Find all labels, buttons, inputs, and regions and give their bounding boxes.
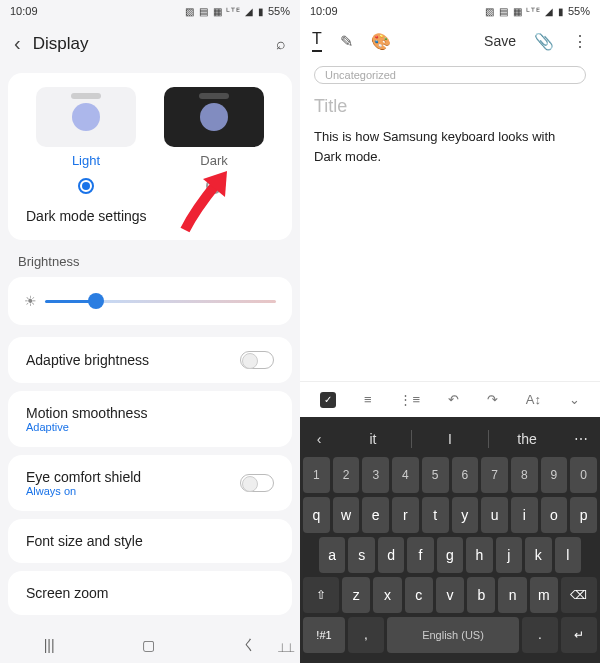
key-g[interactable]: g <box>437 537 463 573</box>
key-j[interactable]: j <box>496 537 522 573</box>
phone-settings: 10:09 ▧ ▤ ▦ ᴸᵀᴱ ◢ ▮ 55% ‹ Display ⌕ Ligh… <box>0 0 300 663</box>
nav-recents-icon[interactable]: ||| <box>44 637 55 653</box>
light-preview <box>36 87 136 147</box>
light-label: Light <box>72 153 100 168</box>
brightness-slider[interactable]: ☀ <box>22 287 278 315</box>
save-button[interactable]: Save <box>484 33 516 49</box>
key-e[interactable]: e <box>362 497 389 533</box>
nav-home-icon[interactable]: ▢ <box>142 637 155 653</box>
key-k[interactable]: k <box>525 537 551 573</box>
status-battery: 55% <box>268 5 290 17</box>
status-bar-right: 10:09 ▧ ▤ ▦ ᴸᵀᴱ ◢ ▮ 55% <box>300 0 600 22</box>
key-a[interactable]: a <box>319 537 345 573</box>
font-size-icon[interactable]: A↕ <box>526 392 541 407</box>
undo-icon[interactable]: ↶ <box>448 392 459 407</box>
dark-preview <box>164 87 264 147</box>
key-x[interactable]: x <box>373 577 401 613</box>
key-u[interactable]: u <box>481 497 508 533</box>
collapse-icon[interactable]: ⌄ <box>569 392 580 407</box>
key-5[interactable]: 5 <box>422 457 449 493</box>
key-b[interactable]: b <box>467 577 495 613</box>
key-y[interactable]: y <box>452 497 479 533</box>
key-f[interactable]: f <box>407 537 433 573</box>
phone-notes: 10:09 ▧ ▤ ▦ ᴸᵀᴱ ◢ ▮ 55% T ✎ 🎨 Save 📎 ⋮ U… <box>300 0 600 663</box>
key-9[interactable]: 9 <box>541 457 568 493</box>
key-m[interactable]: m <box>530 577 558 613</box>
checkbox-icon[interactable]: ✓ <box>320 392 336 408</box>
suggestion-row: ‹ it I the ⋯ <box>303 421 597 457</box>
key-backspace[interactable]: ⌫ <box>561 577 597 613</box>
key-n[interactable]: n <box>498 577 526 613</box>
back-icon[interactable]: ‹ <box>14 32 21 55</box>
key-l[interactable]: l <box>555 537 581 573</box>
key-h[interactable]: h <box>466 537 492 573</box>
suggestion-1[interactable]: it <box>335 431 411 447</box>
more-icon[interactable]: ⋮ <box>572 32 588 51</box>
font-size-row[interactable]: Font size and style <box>8 519 292 563</box>
eye-comfort-row: Eye comfort shield Always on <box>8 455 292 511</box>
key-c[interactable]: c <box>405 577 433 613</box>
key-p[interactable]: p <box>570 497 597 533</box>
theme-option-dark[interactable]: Dark <box>154 87 274 194</box>
suggestion-2[interactable]: I <box>412 431 488 447</box>
suggestion-more-icon[interactable]: ⋯ <box>565 431 597 447</box>
pen-mode-icon[interactable]: ✎ <box>340 32 353 51</box>
dark-radio[interactable] <box>206 178 222 194</box>
suggestion-3[interactable]: the <box>489 431 565 447</box>
key-symbols[interactable]: !#1 <box>303 617 345 653</box>
key-d[interactable]: d <box>378 537 404 573</box>
key-r[interactable]: r <box>392 497 419 533</box>
theme-card: Light Dark Dark mode settings <box>8 73 292 240</box>
key-enter[interactable]: ↵ <box>561 617 597 653</box>
text-mode-icon[interactable]: T <box>312 30 322 52</box>
key-t[interactable]: t <box>422 497 449 533</box>
adaptive-brightness-row: Adaptive brightness <box>8 337 292 383</box>
key-q[interactable]: q <box>303 497 330 533</box>
screen-zoom-row[interactable]: Screen zoom <box>8 571 292 615</box>
status-network-icons: ▧ ▤ ▦ ᴸᵀᴱ ◢ ▮ <box>485 6 565 17</box>
redo-icon[interactable]: ↷ <box>487 392 498 407</box>
key-period[interactable]: . <box>522 617 558 653</box>
key-i[interactable]: i <box>511 497 538 533</box>
search-icon[interactable]: ⌕ <box>276 35 286 53</box>
status-time: 10:09 <box>10 5 38 17</box>
key-space[interactable]: English (US) <box>387 617 519 653</box>
motion-smoothness-row[interactable]: Motion smoothness Adaptive <box>8 391 292 447</box>
eye-comfort-toggle[interactable] <box>240 474 274 492</box>
key-1[interactable]: 1 <box>303 457 330 493</box>
key-8[interactable]: 8 <box>511 457 538 493</box>
notes-header: T ✎ 🎨 Save 📎 ⋮ <box>300 22 600 60</box>
category-pill[interactable]: Uncategorized <box>314 66 586 84</box>
brightness-label: Brightness <box>18 254 300 269</box>
key-2[interactable]: 2 <box>333 457 360 493</box>
adaptive-brightness-toggle[interactable] <box>240 351 274 369</box>
key-o[interactable]: o <box>541 497 568 533</box>
key-v[interactable]: v <box>436 577 464 613</box>
title-placeholder[interactable]: Title <box>314 96 586 117</box>
number-list-icon[interactable]: ⋮≡ <box>399 392 420 407</box>
key-w[interactable]: w <box>333 497 360 533</box>
dark-mode-settings-link[interactable]: Dark mode settings <box>22 194 278 226</box>
note-text[interactable]: This is how Samsung keyboard looks with … <box>314 127 586 166</box>
key-shift[interactable]: ⇧ <box>303 577 339 613</box>
key-4[interactable]: 4 <box>392 457 419 493</box>
key-z[interactable]: z <box>342 577 370 613</box>
key-comma[interactable]: , <box>348 617 384 653</box>
key-3[interactable]: 3 <box>362 457 389 493</box>
settings-header: ‹ Display ⌕ <box>0 22 300 65</box>
light-radio[interactable] <box>78 178 94 194</box>
suggestion-back-icon[interactable]: ‹ <box>303 431 335 447</box>
accessibility-icon[interactable]: ⟂⟂ <box>278 639 294 655</box>
key-6[interactable]: 6 <box>452 457 479 493</box>
bullet-list-icon[interactable]: ≡ <box>364 392 372 407</box>
page-title: Display <box>33 34 264 54</box>
theme-option-light[interactable]: Light <box>26 87 146 194</box>
key-0[interactable]: 0 <box>570 457 597 493</box>
palette-icon[interactable]: 🎨 <box>371 32 391 51</box>
attach-icon[interactable]: 📎 <box>534 32 554 51</box>
note-editor[interactable]: Title This is how Samsung keyboard looks… <box>300 90 600 381</box>
key-s[interactable]: s <box>348 537 374 573</box>
format-toolbar: ✓ ≡ ⋮≡ ↶ ↷ A↕ ⌄ <box>300 381 600 417</box>
key-7[interactable]: 7 <box>481 457 508 493</box>
nav-back-icon[interactable]: く <box>242 636 256 654</box>
